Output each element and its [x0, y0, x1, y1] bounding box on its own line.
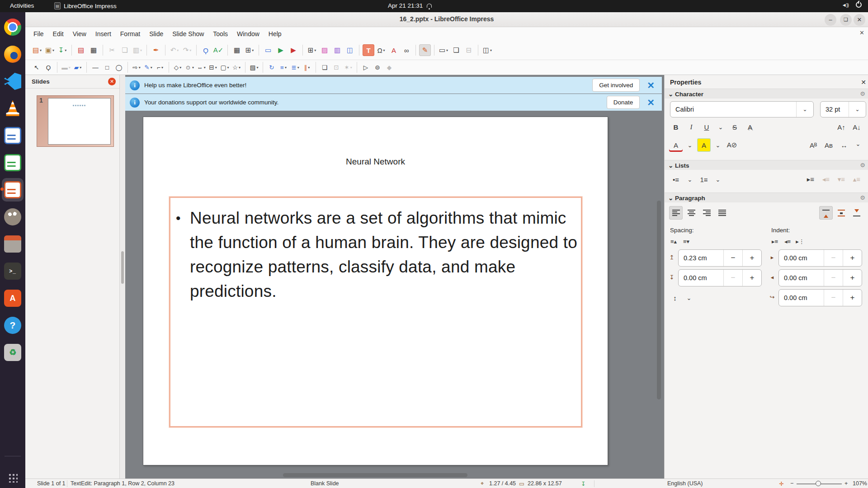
infobar-close-icon[interactable]: ✕	[644, 97, 657, 108]
undo-button[interactable]: ↶▾	[169, 44, 180, 56]
demote-button[interactable]: ▸≡	[804, 173, 817, 186]
below-paragraph-spacing-value[interactable]: 0.00 cm	[679, 274, 723, 282]
character-section-header[interactable]: ⌄ Character ⚙	[665, 89, 868, 99]
window-close-button[interactable]: ✕	[854, 14, 865, 26]
menu-item[interactable]: Format	[116, 28, 145, 39]
dock-impress-icon[interactable]	[2, 178, 24, 202]
increase-stepper[interactable]: +	[742, 270, 761, 286]
fit-slide-icon[interactable]: ✛	[779, 480, 783, 487]
align-right-button[interactable]	[700, 206, 713, 220]
filter-button[interactable]: ✶▾	[343, 62, 354, 73]
insert-line-tool[interactable]: —▾	[90, 62, 101, 73]
content-text-box[interactable]: • Neural networks are a set of algorithm…	[169, 197, 582, 427]
insert-table-button[interactable]: ⊞▾	[306, 44, 318, 56]
stars-banners-tool[interactable]: ☆▾	[231, 62, 242, 73]
maximize-button[interactable]: ❏	[840, 14, 852, 26]
show-draw-functions-button[interactable]: ✎▾	[419, 44, 431, 56]
activities-button[interactable]: Activities	[10, 2, 34, 9]
slide-thumbnail-1[interactable]: 1	[37, 95, 114, 147]
paste-button[interactable]: ▥▾	[132, 44, 143, 56]
underline-button[interactable]: U	[700, 120, 713, 134]
increase-stepper[interactable]: +	[843, 290, 862, 306]
paragraph-settings-gear-icon[interactable]: ⚙	[860, 194, 865, 201]
flowchart-tool[interactable]: ⊟▾	[208, 62, 218, 73]
start-from-current-slide-button[interactable]: ▶▾	[288, 44, 299, 56]
lists-section-header[interactable]: ⌄ Lists ⚙	[665, 160, 868, 170]
master-slide-button[interactable]: ▭▾	[262, 44, 274, 56]
spelling-button[interactable]: A✓▾	[212, 44, 224, 56]
highlight-color-button[interactable]: A	[697, 138, 711, 152]
save-button[interactable]: ↧▾	[57, 44, 68, 56]
fontwork-button[interactable]: A▾	[388, 44, 400, 56]
rotate-tool[interactable]: ↻▾	[266, 62, 277, 73]
above-paragraph-spacing-value[interactable]: 0.23 cm	[679, 254, 723, 262]
bullet-paragraph[interactable]: • Neural networks are a set of algorithm…	[176, 206, 580, 304]
block-arrows-tool[interactable]: ⇔▾	[196, 62, 207, 73]
connectors-tool[interactable]: ⌐▾	[155, 62, 165, 73]
align-top-button[interactable]	[819, 206, 833, 220]
clone-formatting-button[interactable]: ✒▾	[150, 44, 162, 56]
dock-gimp-icon[interactable]	[2, 205, 24, 229]
zoom-pan-tool[interactable]: Ϙ▾	[43, 62, 54, 73]
after-text-indent-field[interactable]: 0.00 cm − +	[778, 269, 862, 286]
donate-button[interactable]: Donate	[607, 96, 640, 109]
new-presentation-button[interactable]: ▤▾	[31, 44, 43, 56]
font-name-dropdown-icon[interactable]: ⌄	[796, 102, 813, 117]
clock-menu[interactable]: Apr 21 21:31	[388, 2, 432, 9]
export-pdf-button[interactable]: ▤▾	[75, 44, 87, 56]
vertical-scrollbar-thumb[interactable]	[657, 201, 661, 399]
increase-stepper[interactable]: +	[843, 270, 862, 286]
dock-vlc-icon[interactable]	[2, 97, 24, 120]
shadow-text-button[interactable]: A	[743, 120, 757, 134]
app-grid-button[interactable]	[8, 473, 18, 483]
move-up-button[interactable]: ▴≡	[850, 173, 863, 186]
zoom-slider-knob[interactable]	[816, 481, 821, 486]
focused-app-indicator[interactable]: ▤ LibreOffice Impress	[54, 2, 117, 9]
slides-panel-close-icon[interactable]: ✕	[108, 78, 116, 85]
fill-color-button[interactable]: ▰▾	[72, 62, 83, 73]
increase-font-size-button[interactable]: A↑	[835, 120, 848, 134]
document-close-icon[interactable]: ✕	[859, 29, 864, 36]
increase-stepper[interactable]: +	[742, 250, 761, 266]
font-name-value[interactable]: Calibri	[670, 106, 796, 113]
insert-image-button[interactable]: ▨▾	[319, 44, 330, 56]
before-text-indent-field[interactable]: 0.00 cm − +	[778, 249, 862, 267]
rectangle-tool[interactable]: □▾	[102, 62, 113, 73]
align-left-button[interactable]	[669, 206, 683, 220]
display-views-button[interactable]: ⊞▾	[244, 44, 255, 56]
before-text-indent-value[interactable]: 0.00 cm	[779, 254, 824, 262]
dock-vscode-icon[interactable]	[2, 70, 24, 93]
symbol-shapes-tool[interactable]: ☺▾	[184, 62, 195, 73]
dock-firefox-icon[interactable]	[2, 42, 24, 66]
line-color-button[interactable]: ▬▾	[61, 62, 71, 73]
3d-objects-tool[interactable]: ▧▾	[249, 62, 259, 73]
unordered-list-dropdown[interactable]: ⌄	[684, 174, 695, 185]
align-justify-button[interactable]	[715, 206, 729, 220]
line-spacing-dropdown[interactable]: ⌄	[684, 292, 694, 303]
decrease-font-size-button[interactable]: A↓	[850, 120, 863, 134]
copy-button[interactable]: ❏▾	[119, 44, 131, 56]
open-button[interactable]: ▣▾	[44, 44, 56, 56]
insert-text-box-button[interactable]: T▾	[363, 44, 374, 56]
slide-body-text[interactable]: Neural networks are a set of algorithms …	[190, 206, 580, 304]
italic-button[interactable]: I	[684, 120, 698, 134]
highlight-color-dropdown[interactable]: ⌄	[712, 140, 723, 150]
line-spacing-button[interactable]: ↕	[668, 291, 682, 305]
font-name-input[interactable]: Calibri ⌄	[670, 101, 814, 117]
dock-files-icon[interactable]	[2, 232, 24, 256]
menu-item[interactable]: Tools	[208, 28, 232, 39]
print-button[interactable]: ▦▾	[88, 44, 99, 56]
first-line-indent-value[interactable]: 0.00 cm	[779, 294, 824, 301]
menu-item[interactable]: Slide	[145, 28, 168, 39]
align-bottom-button[interactable]	[850, 206, 863, 220]
delete-slide-button[interactable]: ⊟▾	[463, 44, 475, 56]
redo-button[interactable]: ↷▾	[181, 44, 193, 56]
dock-software-icon[interactable]: A	[2, 286, 24, 310]
distribute-button[interactable]: ∥▾	[302, 62, 312, 73]
decrease-stepper[interactable]: −	[824, 290, 843, 306]
minimize-button[interactable]: –	[825, 14, 836, 26]
increase-paragraph-spacing-button[interactable]: ≡▴	[668, 236, 679, 247]
below-paragraph-spacing-field[interactable]: 0.00 cm − +	[678, 269, 762, 286]
arrange-button[interactable]: ≣▾	[290, 62, 301, 73]
to-3d-button[interactable]: ◆▾	[384, 62, 395, 73]
